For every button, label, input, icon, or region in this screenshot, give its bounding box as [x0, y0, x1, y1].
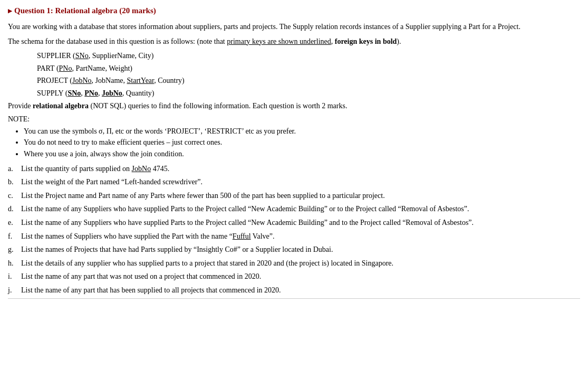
question-c: c. List the Project name and Part name o…	[8, 191, 580, 201]
note-text-2: You do not need to try to make efficient…	[24, 138, 222, 146]
question-j: j. List the name of any part that has be…	[8, 285, 580, 296]
question-j-label: j.	[8, 285, 21, 296]
question-f-label: f.	[8, 231, 21, 242]
question-a-text: List the quantity of parts supplied on J…	[21, 164, 580, 174]
question-d-label: d.	[8, 204, 21, 214]
questions-list: a. List the quantity of parts supplied o…	[8, 164, 580, 296]
page-container: Question 1: Relational algebra (20 marks…	[8, 5, 580, 299]
schema-intro-comma: ,	[331, 37, 335, 45]
question-f: f. List the names of Suppliers who have …	[8, 231, 580, 242]
question-a: a. List the quantity of parts supplied o…	[8, 164, 580, 174]
question-b-label: b.	[8, 177, 21, 187]
question-c-text: List the Project name and Part name of a…	[21, 191, 580, 201]
schema-intro-underline: primary keys are shown underlined	[227, 37, 331, 45]
schema-intro-end: ).	[397, 37, 401, 45]
note-item-2: You do not need to try to make efficient…	[24, 137, 580, 148]
schema-intro-bold: foreign keys in bold	[335, 37, 397, 45]
question-a-label: a.	[8, 164, 21, 174]
note-text-3: Where you use a join, always show the jo…	[24, 150, 184, 158]
question-b: b. List the weight of the Part named “Le…	[8, 177, 580, 187]
supply-jobno: JobNo	[102, 89, 122, 97]
part-pno: PNo	[59, 64, 72, 72]
question-f-text: List the names of Suppliers who have sup…	[21, 231, 580, 242]
question-e-label: e.	[8, 218, 21, 228]
note-item-1: You can use the symbols σ, Π, etc or the…	[24, 126, 580, 137]
question-c-label: c.	[8, 191, 21, 201]
supply-pno: PNo	[84, 89, 98, 97]
question-e-text: List the name of any Suppliers who have …	[21, 218, 580, 228]
note-list: You can use the symbols σ, Π, etc or the…	[24, 126, 580, 159]
note-section: NOTE: You can use the symbols σ, Π, etc …	[8, 114, 580, 159]
question-title-text: Question 1: Relational algebra (20 marks…	[14, 5, 156, 16]
question-h: h. List the details of any supplier who …	[8, 258, 580, 269]
question-d-text: List the name of any Suppliers who have …	[21, 204, 580, 214]
schema-project: PROJECT (JobNo, JobName, StartYear, Coun…	[37, 76, 580, 86]
supplier-sno: SNo	[75, 52, 89, 60]
schema-table: SUPPLIER (SNo, SupplierName, City) PART …	[37, 51, 580, 98]
schema-intro: The schema for the database used in this…	[8, 36, 580, 47]
question-g-label: g.	[8, 244, 21, 255]
question-g-text: List the names of Projects that have had…	[21, 244, 580, 255]
question-g: g. List the names of Projects that have …	[8, 244, 580, 255]
provide-start: Provide	[8, 102, 33, 110]
question-e: e. List the name of any Suppliers who ha…	[8, 218, 580, 228]
project-jobno: JobNo	[72, 77, 92, 84]
supply-sno: SNo	[68, 89, 81, 97]
intro-text: You are working with a database that sto…	[8, 22, 580, 32]
bottom-border	[8, 298, 580, 299]
question-b-text: List the weight of the Part named “Left-…	[21, 177, 580, 187]
question-a-underline: JobNo	[132, 165, 151, 173]
provide-text: Provide relational algebra (NOT SQL) que…	[8, 101, 580, 111]
question-h-label: h.	[8, 258, 21, 269]
note-item-3: Where you use a join, always show the jo…	[24, 149, 580, 159]
schema-part: PART (PNo, PartName, Weight)	[37, 63, 580, 74]
project-startyear: StartYear	[127, 77, 155, 84]
question-i-text: List the name of any part that was not u…	[21, 271, 580, 282]
schema-supply: SUPPLY (SNo, PNo, JobNo, Quantity)	[37, 88, 580, 99]
question-i-label: i.	[8, 271, 21, 282]
provide-bold: relational algebra	[33, 102, 89, 110]
note-text-1: You can use the symbols σ, Π, etc or the…	[24, 127, 296, 135]
question-d: d. List the name of any Suppliers who ha…	[8, 204, 580, 214]
question-h-text: List the details of any supplier who has…	[21, 258, 580, 269]
provide-rest: (NOT SQL) queries to find the following …	[89, 102, 347, 110]
schema-supplier: SUPPLIER (SNo, SupplierName, City)	[37, 51, 580, 61]
note-label: NOTE:	[8, 114, 580, 125]
fufful-underline: Fufful	[233, 232, 251, 240]
schema-intro-start: The schema for the database used in this…	[8, 37, 227, 45]
question-i: i. List the name of any part that was no…	[8, 271, 580, 282]
question-j-text: List the name of any part that has been …	[21, 285, 580, 296]
question-title: Question 1: Relational algebra (20 marks…	[8, 5, 580, 16]
